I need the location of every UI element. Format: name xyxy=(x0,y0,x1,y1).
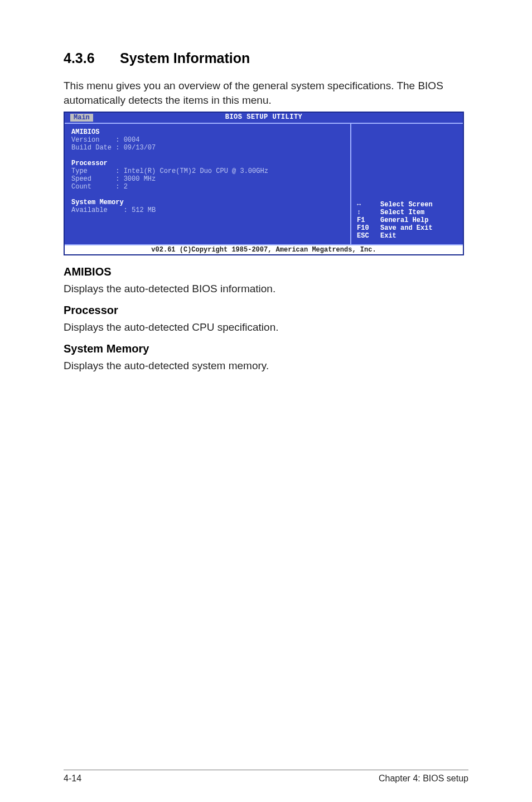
help-select-screen: ↔ Select Screen xyxy=(357,201,457,209)
processor-type-label: Type xyxy=(71,167,88,175)
help-f1-key: F1 xyxy=(357,216,376,224)
section-number: 4.3.6 xyxy=(64,50,116,66)
section-title: System Information xyxy=(120,50,250,66)
processor-count-value: 2 xyxy=(124,183,128,191)
bios-title-row: BIOS SETUP UTILITY Main xyxy=(65,113,463,123)
bios-screenshot: BIOS SETUP UTILITY Main AMIBIOS Version … xyxy=(64,112,464,255)
bios-help-block: ↔ Select Screen ↕ Select Item F1 General… xyxy=(357,201,457,240)
processor-body: Displays the auto-detected CPU specifica… xyxy=(64,320,468,335)
chapter-label: Chapter 4: BIOS setup xyxy=(379,774,468,784)
bios-left-pane: AMIBIOS Version : 0004 Build Date : 09/1… xyxy=(65,124,351,244)
memory-body: Displays the auto-detected system memory… xyxy=(64,359,468,373)
help-select-item-label: Select Item xyxy=(380,209,424,216)
processor-type-value: Intel(R) Core(TM)2 Duo CPU @ 3.00GHz xyxy=(124,167,268,175)
page-footer: 4-14 Chapter 4: BIOS setup xyxy=(64,770,468,784)
bios-body: AMIBIOS Version : 0004 Build Date : 09/1… xyxy=(65,123,463,245)
memory-avail-label: Available xyxy=(71,206,108,214)
processor-count-row: Count : 2 xyxy=(71,183,344,191)
memory-avail-row: Available : 512 MB xyxy=(71,206,344,214)
intro-paragraph: This menu gives you an overview of the g… xyxy=(64,79,468,107)
amibios-build-row: Build Date : 09/13/07 xyxy=(71,144,344,152)
help-f10-key: F10 xyxy=(357,224,376,232)
processor-speed-value: 3000 MHz xyxy=(124,175,156,183)
processor-speed-row: Speed : 3000 MHz xyxy=(71,175,344,183)
bios-footer: v02.61 (C)Copyright 1985-2007, American … xyxy=(65,245,463,254)
blank-row-2 xyxy=(71,191,344,199)
amibios-header: AMIBIOS xyxy=(71,128,344,136)
amibios-version-label: Version xyxy=(71,136,99,144)
memory-avail-value: 512 MB xyxy=(132,206,156,214)
processor-header: Processor xyxy=(71,160,344,167)
bios-tab-main: Main xyxy=(70,114,93,122)
help-select-item: ↕ Select Item xyxy=(357,209,457,216)
memory-header: System Memory xyxy=(71,199,344,206)
help-select-screen-label: Select Screen xyxy=(380,201,433,209)
processor-count-label: Count xyxy=(71,183,91,191)
amibios-build-label: Build Date xyxy=(71,144,112,152)
help-f1-label: General Help xyxy=(380,216,428,224)
page-number: 4-14 xyxy=(64,774,81,784)
section-heading: 4.3.6 System Information xyxy=(64,50,468,66)
memory-subheading: System Memory xyxy=(64,342,468,355)
processor-speed-label: Speed xyxy=(71,175,91,183)
help-f10-label: Save and Exit xyxy=(380,224,433,232)
processor-type-row: Type : Intel(R) Core(TM)2 Duo CPU @ 3.00… xyxy=(71,167,344,175)
help-esc-key: ESC xyxy=(357,232,376,240)
bios-title: BIOS SETUP UTILITY xyxy=(65,113,463,121)
arrows-lr-icon: ↔ xyxy=(357,201,376,209)
help-esc: ESC Exit xyxy=(357,232,457,240)
amibios-subheading: AMIBIOS xyxy=(64,265,468,278)
help-f1: F1 General Help xyxy=(357,216,457,224)
processor-subheading: Processor xyxy=(64,304,468,317)
arrows-ud-icon: ↕ xyxy=(357,209,376,216)
amibios-version-value: 0004 xyxy=(124,136,140,144)
amibios-version-row: Version : 0004 xyxy=(71,136,344,144)
help-esc-label: Exit xyxy=(380,232,396,240)
amibios-body: Displays the auto-detected BIOS informat… xyxy=(64,282,468,296)
blank-row xyxy=(71,152,344,160)
bios-right-pane: ↔ Select Screen ↕ Select Item F1 General… xyxy=(351,124,463,244)
amibios-build-value: 09/13/07 xyxy=(124,144,156,152)
help-f10: F10 Save and Exit xyxy=(357,224,457,232)
